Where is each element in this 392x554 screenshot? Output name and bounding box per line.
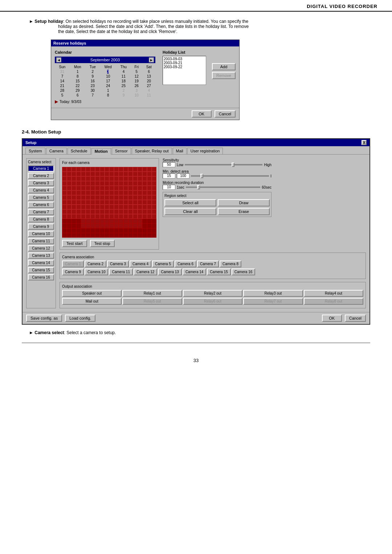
motion-cell[interactable] bbox=[67, 223, 72, 228]
motion-cell[interactable] bbox=[147, 233, 152, 238]
relay4-out-btn[interactable]: Relay4 out bbox=[304, 290, 363, 297]
motion-cell[interactable] bbox=[81, 181, 86, 186]
motion-cell[interactable] bbox=[90, 228, 95, 233]
motion-cell[interactable] bbox=[86, 195, 90, 200]
motion-cell[interactable] bbox=[72, 219, 76, 223]
motion-cell[interactable] bbox=[76, 176, 81, 181]
motion-cell[interactable] bbox=[119, 190, 123, 195]
cal-cell[interactable]: 5 bbox=[131, 69, 142, 74]
cal-cell[interactable]: 17 bbox=[100, 79, 117, 83]
clear-all-btn[interactable]: Clear all bbox=[164, 208, 216, 215]
motion-cell[interactable] bbox=[86, 167, 90, 172]
relay3-out-btn[interactable]: Relay3 out bbox=[243, 290, 303, 297]
motion-cell[interactable] bbox=[72, 205, 76, 209]
cal-cell[interactable]: 27 bbox=[142, 83, 155, 88]
motion-cell[interactable] bbox=[138, 190, 142, 195]
motion-cell[interactable] bbox=[86, 172, 90, 176]
motion-cell[interactable] bbox=[72, 200, 76, 205]
motion-cell[interactable] bbox=[86, 219, 90, 223]
motion-cell[interactable] bbox=[90, 167, 95, 172]
motion-cell[interactable] bbox=[133, 214, 138, 219]
motion-cell[interactable] bbox=[109, 233, 114, 238]
motion-cell[interactable] bbox=[128, 209, 133, 214]
motion-cell[interactable] bbox=[95, 205, 100, 209]
motion-cell[interactable] bbox=[147, 209, 152, 214]
tab-schedule[interactable]: Schedule bbox=[68, 148, 91, 154]
motion-cell[interactable] bbox=[109, 176, 114, 181]
motion-cell[interactable] bbox=[123, 233, 128, 238]
setup-ok-btn[interactable]: OK bbox=[322, 315, 342, 322]
motion-cell[interactable] bbox=[90, 186, 95, 190]
motion-cell[interactable] bbox=[152, 195, 156, 200]
motion-cell[interactable] bbox=[119, 228, 123, 233]
mail-out-btn[interactable]: Mail out bbox=[62, 298, 122, 305]
cal-cell[interactable]: 7 bbox=[55, 74, 70, 79]
motion-cell[interactable] bbox=[147, 214, 152, 219]
cal-cell[interactable]: 14 bbox=[55, 79, 70, 83]
motion-cell[interactable] bbox=[142, 205, 147, 209]
assoc-cam-15[interactable]: Camera 15 bbox=[207, 268, 230, 275]
motion-cell[interactable] bbox=[128, 200, 133, 205]
cam-btn-12[interactable]: Camera 12 bbox=[28, 245, 54, 251]
motion-cell[interactable] bbox=[95, 209, 100, 214]
motion-cell[interactable] bbox=[133, 233, 138, 238]
relay2-out-btn[interactable]: Relay2 out bbox=[183, 290, 242, 297]
motion-cell[interactable] bbox=[90, 219, 95, 223]
motion-cell[interactable] bbox=[147, 167, 152, 172]
motion-cell[interactable] bbox=[123, 167, 128, 172]
motion-cell[interactable] bbox=[109, 172, 114, 176]
motion-cell[interactable] bbox=[119, 167, 123, 172]
cal-cell[interactable]: 7 bbox=[86, 93, 100, 98]
tab-mail[interactable]: Mail bbox=[173, 148, 187, 154]
setup-cancel-btn[interactable]: Cancel bbox=[345, 315, 366, 322]
cal-cell[interactable]: 8 bbox=[70, 74, 86, 79]
motion-cell[interactable] bbox=[95, 223, 100, 228]
motion-cell[interactable] bbox=[119, 195, 123, 200]
relay5-out-btn[interactable]: Relay5 out bbox=[122, 298, 182, 305]
assoc-cam-13[interactable]: Camera 13 bbox=[158, 268, 181, 275]
motion-cell[interactable] bbox=[67, 205, 72, 209]
motion-cell[interactable] bbox=[147, 181, 152, 186]
motion-cell[interactable] bbox=[105, 195, 109, 200]
motion-cell[interactable] bbox=[62, 172, 67, 176]
motion-cell[interactable] bbox=[138, 172, 142, 176]
motion-cell[interactable] bbox=[67, 209, 72, 214]
motion-cell[interactable] bbox=[138, 167, 142, 172]
motion-cell[interactable] bbox=[128, 214, 133, 219]
motion-cell[interactable] bbox=[105, 228, 109, 233]
motion-cell[interactable] bbox=[72, 228, 76, 233]
motion-cell[interactable] bbox=[142, 176, 147, 181]
motion-cell[interactable] bbox=[105, 186, 109, 190]
remove-holiday-btn[interactable]: Remove bbox=[212, 72, 236, 79]
motion-cell[interactable] bbox=[133, 228, 138, 233]
motion-cell[interactable] bbox=[67, 214, 72, 219]
motion-cell[interactable] bbox=[114, 228, 119, 233]
motion-cell[interactable] bbox=[100, 214, 105, 219]
cam-btn-4[interactable]: Camera 4 bbox=[28, 187, 54, 193]
cam-btn-5[interactable]: Camera 5 bbox=[28, 194, 54, 201]
motion-cell[interactable] bbox=[152, 186, 156, 190]
motion-cell[interactable] bbox=[86, 205, 90, 209]
motion-cell[interactable] bbox=[138, 195, 142, 200]
motion-cell[interactable] bbox=[147, 205, 152, 209]
motion-cell[interactable] bbox=[138, 200, 142, 205]
motion-cell[interactable] bbox=[76, 223, 81, 228]
sensitivity-track[interactable] bbox=[185, 164, 262, 165]
motion-cell[interactable] bbox=[95, 219, 100, 223]
motion-cell[interactable] bbox=[76, 228, 81, 233]
motion-cell[interactable] bbox=[67, 233, 72, 238]
motion-cell[interactable] bbox=[133, 223, 138, 228]
motion-cell[interactable] bbox=[62, 205, 67, 209]
test-stop-btn[interactable]: Test stop bbox=[90, 240, 115, 247]
motion-cell[interactable] bbox=[138, 228, 142, 233]
motion-cell[interactable] bbox=[95, 190, 100, 195]
tab-motion[interactable]: Motion bbox=[91, 148, 111, 155]
assoc-cam-3[interactable]: Camera 3 bbox=[107, 260, 129, 267]
motion-cell[interactable] bbox=[62, 214, 67, 219]
motion-cell[interactable] bbox=[114, 223, 119, 228]
motion-cell[interactable] bbox=[105, 219, 109, 223]
motion-cell[interactable] bbox=[147, 200, 152, 205]
motion-cell[interactable] bbox=[76, 219, 81, 223]
motion-cell[interactable] bbox=[147, 219, 152, 223]
motion-cell[interactable] bbox=[76, 200, 81, 205]
